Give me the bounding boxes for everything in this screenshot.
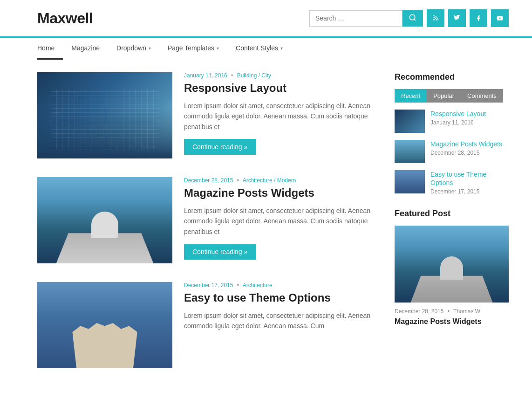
post-text: January 11, 2016 • Building / City Respo… xyxy=(184,72,381,158)
post-image-building xyxy=(37,72,172,158)
nav-page-templates[interactable]: Page Templates ▾ xyxy=(159,38,227,58)
post-image-observatory xyxy=(37,177,172,263)
read-more-button[interactable]: Continue reading » xyxy=(184,139,256,155)
navigation: Home Magazine Dropdown ▾ Page Templates … xyxy=(0,36,532,58)
read-more-button[interactable]: Continue reading » xyxy=(184,244,256,260)
rec-thumb-castle xyxy=(395,170,425,193)
twitter-icon xyxy=(454,15,460,21)
rss-button[interactable] xyxy=(427,9,444,27)
post-text: December 28, 2015 • Architecture / Moder… xyxy=(184,177,381,263)
facebook-button[interactable] xyxy=(470,9,487,27)
post-meta: January 11, 2016 • Building / City xyxy=(184,72,381,79)
post-image-castle xyxy=(37,282,172,368)
chevron-down-icon: ▾ xyxy=(280,46,283,51)
rec-thumb-building xyxy=(395,110,425,133)
rec-item-date: January 11, 2016 xyxy=(430,119,486,126)
search-button[interactable] xyxy=(402,10,423,27)
search-icon xyxy=(409,14,416,21)
nav-home[interactable]: Home xyxy=(37,38,63,60)
featured-title: Featured Post xyxy=(395,209,509,219)
facebook-icon xyxy=(475,15,482,21)
featured-meta: December 28, 2015 • Thomas W xyxy=(395,308,509,315)
sidebar: Recommended Recent Popular Comments Resp… xyxy=(395,72,509,387)
post-card: December 28, 2015 • Architecture / Moder… xyxy=(37,177,381,263)
post-excerpt: Lorem ipsum dolor sit amet, consectetuer… xyxy=(184,101,381,132)
recommended-tabs: Recent Popular Comments xyxy=(395,89,509,103)
chevron-down-icon: ▾ xyxy=(217,46,219,51)
search-form xyxy=(309,10,423,27)
nav-dropdown[interactable]: Dropdown ▾ xyxy=(108,38,159,58)
rec-item-info: Easy to use Theme Options December 17, 2… xyxy=(430,170,509,195)
recommended-item: Responsive Layout January 11, 2016 xyxy=(395,110,509,133)
chevron-down-icon: ▾ xyxy=(149,46,151,51)
header: Maxwell xyxy=(0,0,532,36)
site-title: Maxwell xyxy=(37,10,93,27)
rec-item-title[interactable]: Magazine Posts Widgets xyxy=(430,140,502,148)
nav-magazine[interactable]: Magazine xyxy=(63,38,108,58)
rss-icon xyxy=(432,15,439,21)
content-wrapper: January 11, 2016 • Building / City Respo… xyxy=(0,58,532,399)
post-title: Easy to use Theme Options xyxy=(184,291,381,305)
twitter-button[interactable] xyxy=(448,9,466,27)
tab-comments[interactable]: Comments xyxy=(461,89,503,103)
recommended-section: Recommended Recent Popular Comments Resp… xyxy=(395,72,509,195)
featured-section: Featured Post December 28, 2015 • Thomas… xyxy=(395,209,509,327)
rec-item-title[interactable]: Easy to use Theme Options xyxy=(430,170,509,187)
main-posts: January 11, 2016 • Building / City Respo… xyxy=(37,72,381,387)
post-text: December 17, 2015 • Architecture Easy to… xyxy=(184,282,381,368)
tab-popular[interactable]: Popular xyxy=(427,89,461,103)
recommended-item: Easy to use Theme Options December 17, 2… xyxy=(395,170,509,195)
post-title: Magazine Posts Widgets xyxy=(184,186,381,200)
featured-post-image xyxy=(395,226,509,303)
svg-point-0 xyxy=(433,19,435,21)
post-excerpt: Lorem ipsum dolor sit amet, consectetuer… xyxy=(184,310,381,331)
rec-item-date: December 28, 2015 xyxy=(430,150,502,156)
post-meta: December 28, 2015 • Architecture / Moder… xyxy=(184,177,381,184)
header-right xyxy=(309,9,509,27)
rec-item-info: Magazine Posts Widgets December 28, 2015 xyxy=(430,140,502,156)
youtube-icon xyxy=(497,15,503,21)
nav-content-styles[interactable]: Content Styles ▾ xyxy=(227,38,291,58)
featured-post-title[interactable]: Magazine Posts Widgets xyxy=(395,317,509,327)
search-input[interactable] xyxy=(309,10,402,27)
rec-item-info: Responsive Layout January 11, 2016 xyxy=(430,110,486,126)
post-meta: December 17, 2015 • Architecture xyxy=(184,282,381,289)
recommended-item: Magazine Posts Widgets December 28, 2015 xyxy=(395,140,509,163)
post-card: December 17, 2015 • Architecture Easy to… xyxy=(37,282,381,368)
tab-recent[interactable]: Recent xyxy=(395,89,427,103)
rec-item-date: December 17, 2015 xyxy=(430,188,509,195)
post-excerpt: Lorem ipsum dolor sit amet, consectetuer… xyxy=(184,206,381,237)
recommended-title: Recommended xyxy=(395,72,509,82)
post-card: January 11, 2016 • Building / City Respo… xyxy=(37,72,381,158)
rec-item-title[interactable]: Responsive Layout xyxy=(430,110,486,118)
youtube-button[interactable] xyxy=(491,9,509,27)
post-title: Responsive Layout xyxy=(184,82,381,95)
rec-thumb-observatory xyxy=(395,140,425,163)
